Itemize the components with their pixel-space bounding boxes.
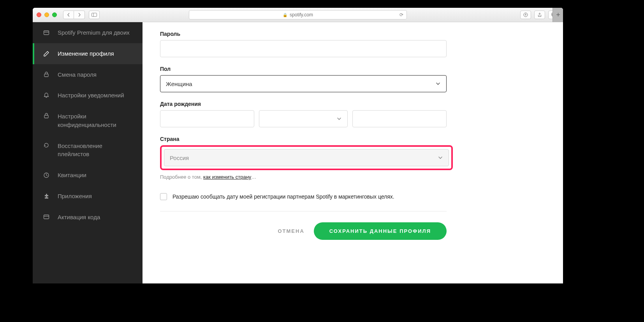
- dob-label: Дата рождения: [160, 101, 545, 107]
- bell-icon: [43, 92, 50, 99]
- dob-year-input[interactable]: [352, 110, 447, 127]
- cancel-button[interactable]: ОТМЕНА: [278, 228, 304, 234]
- lock-icon: [43, 112, 50, 119]
- country-highlight-box: Россия: [160, 145, 453, 170]
- browser-chrome: 🔒 spotify.com ⟳ +: [33, 8, 563, 22]
- download-icon: [523, 12, 528, 17]
- minimize-window-button[interactable]: [44, 12, 49, 17]
- sidebar-item-label: Квитанции: [58, 171, 86, 179]
- sidebar-item-label: Смена пароля: [58, 70, 97, 79]
- stage: 🔒 spotify.com ⟳ + Spo: [0, 0, 644, 322]
- country-value: Россия: [170, 155, 189, 161]
- main-content: Пароль Пол Женщина Дата рождения: [143, 22, 563, 283]
- back-button[interactable]: [63, 11, 74, 19]
- sidebar: Spotify Premium для двоих Изменение проф…: [33, 22, 143, 283]
- clock-icon: [43, 172, 50, 179]
- password-input[interactable]: [160, 40, 447, 57]
- sidebar-item-apps[interactable]: Приложения: [33, 186, 143, 207]
- sidebar-item-redeem[interactable]: Активация кода: [33, 207, 143, 228]
- close-window-button[interactable]: [37, 12, 41, 17]
- country-hint-link[interactable]: как изменить страну: [203, 174, 251, 180]
- new-tab-button[interactable]: +: [553, 8, 563, 22]
- sidebar-item-change-password[interactable]: Смена пароля: [33, 64, 143, 85]
- nav-buttons: [63, 11, 85, 19]
- gender-label: Пол: [160, 66, 545, 72]
- restore-icon: [43, 142, 50, 149]
- country-label: Страна: [160, 136, 545, 142]
- sidebar-item-label: Spotify Premium для двоих: [58, 28, 130, 37]
- chevron-left-icon: [67, 13, 70, 17]
- sidebar-item-label: Восстановление плейлистов: [58, 142, 134, 159]
- lock-icon: 🔒: [283, 13, 287, 17]
- sidebar-item-label: Изменение профиля: [58, 49, 114, 58]
- puzzle-icon: [43, 193, 50, 200]
- country-hint-suffix: …: [251, 174, 256, 180]
- dob-day-input[interactable]: [160, 110, 254, 127]
- dob-row: [160, 110, 447, 127]
- share-button[interactable]: [534, 11, 545, 19]
- save-button[interactable]: СОХРАНИТЬ ДАННЫЕ ПРОФИЛЯ: [314, 222, 447, 240]
- consent-text: Разрешаю сообщать дату моей регистрации …: [172, 194, 394, 200]
- sidebar-item-privacy[interactable]: Настройки конфиденциальности: [33, 106, 143, 135]
- country-hint: Подробнее о том, как изменить страну…: [160, 174, 545, 180]
- sidebar-item-label: Приложения: [58, 192, 92, 201]
- consent-checkbox[interactable]: [160, 193, 167, 200]
- gender-select[interactable]: Женщина: [160, 75, 447, 92]
- maximize-window-button[interactable]: [52, 12, 57, 17]
- svg-rect-9: [44, 215, 49, 219]
- country-select[interactable]: Россия: [164, 149, 449, 166]
- chevron-right-icon: [77, 13, 81, 17]
- dob-month-select[interactable]: [259, 110, 348, 127]
- reload-icon[interactable]: ⟳: [399, 12, 403, 18]
- sidebar-item-label: Настройки уведомлений: [58, 91, 124, 100]
- downloads-button[interactable]: [520, 11, 531, 19]
- share-icon: [537, 12, 542, 17]
- chevron-down-icon: [435, 81, 441, 86]
- sidebar-item-label: Настройки конфиденциальности: [58, 112, 134, 129]
- svg-rect-7: [44, 115, 48, 118]
- chevron-down-icon: [438, 155, 443, 160]
- page: Spotify Premium для двоих Изменение проф…: [33, 22, 563, 283]
- card-icon: [43, 213, 50, 220]
- gender-value: Женщина: [166, 81, 192, 87]
- sidebar-item-premium-duo[interactable]: Spotify Premium для двоих: [33, 22, 143, 43]
- pencil-icon: [43, 50, 50, 57]
- separator: [160, 211, 447, 211]
- sidebar-item-edit-profile[interactable]: Изменение профиля: [33, 43, 143, 64]
- sidebar-item-notifications[interactable]: Настройки уведомлений: [33, 85, 143, 106]
- browser-window: 🔒 spotify.com ⟳ + Spo: [33, 8, 563, 283]
- sidebar-item-receipts[interactable]: Квитанции: [33, 165, 143, 186]
- button-row: ОТМЕНА СОХРАНИТЬ ДАННЫЕ ПРОФИЛЯ: [160, 222, 447, 240]
- svg-rect-4: [44, 31, 49, 35]
- card-icon: [43, 29, 50, 36]
- svg-rect-0: [92, 13, 97, 17]
- sidebar-item-label: Активация кода: [58, 213, 100, 222]
- country-hint-prefix: Подробнее о том,: [160, 174, 203, 180]
- url-host: spotify.com: [290, 12, 313, 18]
- forward-button[interactable]: [74, 11, 85, 19]
- sidebar-icon: [91, 13, 97, 17]
- chevron-down-icon: [336, 116, 342, 121]
- sidebar-toggle-button[interactable]: [89, 11, 100, 19]
- svg-rect-6: [44, 74, 48, 77]
- lock-icon: [43, 71, 50, 78]
- sidebar-item-restore-playlists[interactable]: Восстановление плейлистов: [33, 135, 143, 165]
- password-label: Пароль: [160, 31, 545, 37]
- window-controls: [37, 12, 57, 17]
- url-bar[interactable]: 🔒 spotify.com ⟳: [189, 10, 407, 19]
- consent-row: Разрешаю сообщать дату моей регистрации …: [160, 193, 545, 200]
